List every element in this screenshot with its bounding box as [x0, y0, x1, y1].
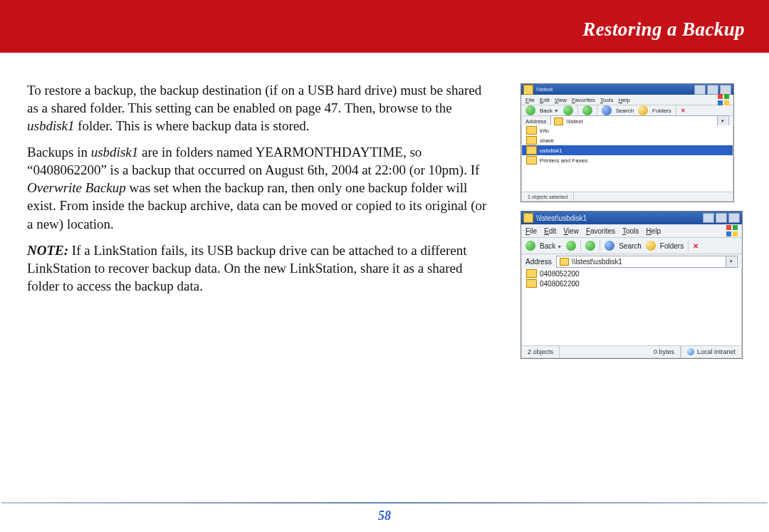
search-button[interactable]: Search — [619, 242, 642, 250]
maximize-button[interactable] — [716, 213, 727, 223]
address-label: Address — [525, 118, 546, 125]
menu-help[interactable]: Help — [619, 97, 630, 103]
search-icon[interactable] — [602, 105, 612, 115]
separator — [580, 240, 581, 251]
titlebar[interactable]: \\lstest — [521, 84, 733, 95]
item-label: 0408052200 — [540, 270, 580, 278]
menu-favorites[interactable]: Favorites — [586, 227, 615, 235]
status-bar: 2 objects 0 bytes Local intranet — [522, 345, 741, 358]
maximize-button[interactable] — [707, 85, 718, 95]
list-item[interactable]: 0408052200 — [522, 268, 741, 278]
item-label: share — [540, 137, 554, 144]
menu-view[interactable]: View — [555, 97, 567, 103]
minimize-button[interactable] — [703, 213, 714, 223]
folder-icon — [526, 126, 537, 135]
text: folder. This is where backup data is sto… — [75, 118, 310, 133]
file-list[interactable]: info share usbdisk1 Printers and Faxes — [522, 125, 733, 192]
search-icon[interactable] — [605, 241, 614, 251]
status-left: 2 objects — [522, 346, 560, 358]
menubar: File Edit View Favorites Tools Help — [521, 224, 742, 238]
windows-logo-icon — [718, 94, 729, 105]
back-icon[interactable] — [525, 241, 535, 251]
menu-edit[interactable]: Edit — [544, 227, 556, 235]
address-label: Address — [525, 258, 552, 266]
folder-icon — [554, 118, 563, 125]
back-button[interactable]: Back — [540, 242, 562, 250]
folder-icon — [526, 136, 537, 145]
back-button[interactable]: Back — [540, 108, 559, 114]
text: Backups in — [27, 145, 91, 160]
paragraph-1: To restore a backup, the backup destinat… — [27, 81, 488, 135]
folders-icon[interactable] — [638, 105, 648, 115]
up-icon[interactable] — [585, 241, 595, 251]
item-label: Printers and Faxes — [540, 157, 587, 164]
folder-icon — [526, 279, 537, 288]
file-list[interactable]: 0408052200 0408062200 — [522, 268, 741, 344]
folders-button[interactable]: Folders — [660, 242, 684, 250]
paragraph-note: NOTE: If a LinkStation fails, its USB ba… — [27, 241, 488, 295]
folder-icon — [560, 258, 569, 266]
back-icon[interactable] — [525, 105, 535, 115]
list-item[interactable]: share — [522, 135, 733, 145]
address-bar: Address \\lstest\usbdisk1 ▾ — [521, 254, 742, 269]
close-button[interactable] — [728, 213, 740, 223]
folder-icon — [526, 269, 537, 278]
globe-icon — [687, 348, 694, 355]
usbdisk1-term: usbdisk1 — [27, 118, 75, 133]
minimize-button[interactable] — [694, 85, 706, 95]
separator — [600, 240, 600, 251]
item-label: 0408062200 — [540, 280, 580, 288]
item-label: usbdisk1 — [540, 147, 563, 154]
menu-edit[interactable]: Edit — [540, 97, 550, 103]
window-title: \\lstest\usbdisk1 — [536, 214, 587, 222]
overwrite-backup-term: Overwrite Backup — [27, 180, 126, 195]
toolbar: Back Search Folders ✕ — [521, 238, 742, 254]
usbdisk1-term: usbdisk1 — [91, 145, 139, 160]
menu-view[interactable]: View — [563, 227, 579, 235]
status-zone: Local intranet — [681, 346, 741, 358]
page-number: 58 — [0, 508, 769, 523]
item-label: info — [540, 127, 549, 134]
window-title: \\lstest — [536, 86, 553, 93]
menu-help[interactable]: Help — [646, 227, 661, 235]
list-item-selected[interactable]: usbdisk1 — [522, 145, 733, 155]
address-value: \\lstest — [566, 118, 582, 125]
paragraph-2: Backups in usbdisk1 are in folders named… — [27, 143, 488, 232]
folder-icon — [526, 146, 537, 155]
forward-icon[interactable] — [563, 105, 573, 115]
menu-tools[interactable]: Tools — [600, 97, 614, 103]
menu-file[interactable]: File — [525, 227, 537, 235]
body-copy: To restore a backup, the backup destinat… — [27, 81, 488, 303]
folder-icon — [523, 85, 533, 95]
status-zone-label: Local intranet — [697, 348, 736, 355]
address-dropdown[interactable]: ▾ — [726, 256, 736, 267]
text: To restore a backup, the backup destinat… — [27, 83, 481, 115]
list-item[interactable]: info — [522, 125, 733, 135]
status-mid: 0 bytes — [560, 346, 681, 358]
search-button[interactable]: Search — [616, 108, 634, 114]
delete-icon[interactable]: ✕ — [681, 108, 686, 114]
folder-icon — [523, 213, 533, 223]
explorer-window-usbdisk1: \\lstest\usbdisk1 File Edit View Favorit… — [520, 211, 743, 359]
status-bar: 1 objects selected — [522, 192, 733, 201]
address-value: \\lstest\usbdisk1 — [572, 258, 622, 266]
explorer-window-lstest: \\lstest File Edit View Favorites Tools … — [520, 83, 734, 202]
menu-file[interactable]: File — [525, 97, 535, 103]
up-icon[interactable] — [582, 105, 592, 115]
delete-icon[interactable]: ✕ — [693, 242, 699, 250]
close-button[interactable] — [720, 85, 731, 95]
folders-icon[interactable] — [646, 241, 656, 251]
titlebar[interactable]: \\lstest\usbdisk1 — [521, 212, 742, 224]
list-item[interactable]: Printers and Faxes — [522, 155, 733, 165]
note-label: NOTE: — [27, 243, 68, 258]
address-input[interactable]: \\lstest\usbdisk1 ▾ — [556, 256, 738, 268]
menu-favorites[interactable]: Favorites — [572, 97, 595, 103]
text: If a LinkStation fails, its USB backup d… — [27, 243, 467, 293]
list-item[interactable]: 0408062200 — [522, 278, 741, 288]
menubar: File Edit View Favorites Tools Help — [521, 95, 733, 105]
folders-button[interactable]: Folders — [652, 108, 671, 114]
forward-icon[interactable] — [566, 241, 576, 251]
menu-tools[interactable]: Tools — [622, 227, 639, 235]
footer-divider — [1, 502, 768, 504]
windows-logo-icon — [726, 225, 738, 236]
